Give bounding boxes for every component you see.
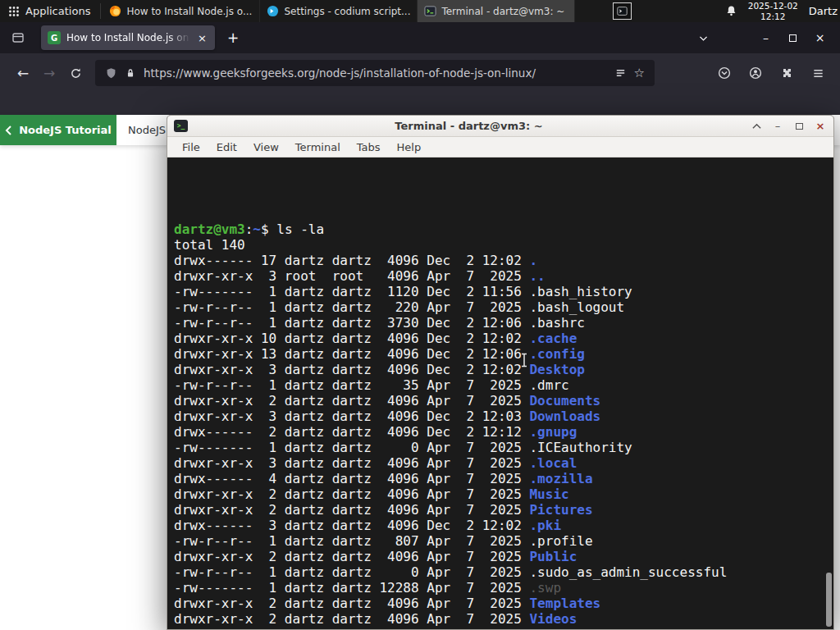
site-nav-current[interactable]: NodeJS Tutorial [0,115,116,145]
clock-date: 2025-12-02 [748,1,798,11]
back-button[interactable]: ← [10,60,36,86]
text-cursor [520,353,528,368]
browser-window-controls: – × [752,26,833,49]
site-nav-current-label: NodeJS Tutorial [19,124,112,136]
terminal-line: drwx------ 2 dartz dartz 4096 Dec 2 12:1… [174,424,833,440]
applications-grid-icon [8,6,20,17]
svg-text:G: G [51,34,57,43]
hamburger-menu-icon [812,67,824,80]
terminal-line: drwxr-xr-x 2 dartz dartz 4096 Apr 7 2025… [174,611,833,627]
bookmark-star-icon[interactable]: ☆ [634,66,645,80]
taskbar-button-codium[interactable]: Settings - codium script... [260,0,418,22]
chevron-down-icon [698,33,709,43]
codium-icon [267,5,279,17]
terminal-line: drwxr-xr-x 2 dartz dartz 4096 Apr 7 2025… [174,549,833,564]
user-menu[interactable]: Dartz [809,5,838,17]
terminal-line: drwx------ 4 dartz dartz 4096 Apr 7 2025… [174,471,833,486]
reader-view-icon[interactable] [614,67,627,80]
browser-minimize-button[interactable]: – [752,26,779,49]
terminal-line: drwxr-xr-x 2 dartz dartz 4096 Apr 7 2025… [174,596,833,611]
terminal-output[interactable]: dartz@vm3:~$ ls -latotal 140drwx------ 1… [167,158,833,630]
tracking-shield-icon [105,67,117,80]
reload-icon [70,67,82,80]
terminal-close-button[interactable]: × [814,120,827,132]
extensions-button[interactable] [774,61,799,85]
terminal-line: -rw------- 1 dartz dartz 1120 Dec 2 11:5… [174,284,833,299]
terminal-line: dartz@vm3:~$ ls -la [174,221,833,237]
firefox-icon [109,5,121,17]
maximize-icon [796,123,803,130]
terminal-line: -rw------- 1 dartz dartz 0 Apr 7 2025 .I… [174,440,833,455]
tab-close-button[interactable]: × [196,32,208,44]
clock[interactable]: 2025-12-02 12:12 [748,1,798,21]
terminal-line: drwxr-xr-x 3 root root 4096 Apr 7 2025 .… [174,268,833,284]
panel-status-area: 2025-12-02 12:12 Dartz [725,0,840,22]
taskbar-button-label: Settings - codium script... [284,6,410,17]
account-button[interactable] [743,61,768,85]
terminal-line: -rw------- 1 dartz dartz 12288 Apr 7 202… [174,580,833,596]
terminal-maximize-button[interactable] [792,123,806,130]
firefox-view-button[interactable] [7,26,30,49]
desktop: Applications How to Install Node.js o...… [0,0,840,630]
terminal-line: -rw-r--r-- 1 dartz dartz 220 Apr 7 2025 … [174,299,833,315]
clock-time: 12:12 [748,11,798,22]
terminal-line: drwxr-xr-x 10 dartz dartz 4096 Dec 2 12:… [174,331,833,346]
terminal-line: drwxr-xr-x 2 dartz dartz 4096 Apr 7 2025… [174,502,833,518]
terminal-scrollbar-thumb[interactable] [826,573,832,627]
pocket-button[interactable] [712,61,737,85]
notifications-bell-icon[interactable] [725,5,737,17]
terminal-line: -rw------- 1 dartz dartz 532 Apr 7 2025 … [174,627,833,630]
new-tab-button[interactable]: + [221,26,244,49]
list-all-tabs-button[interactable] [692,26,714,49]
taskbar-button-firefox[interactable]: How to Install Node.js o... [103,0,260,22]
terminal-icon [424,5,436,17]
app-menu-button[interactable] [806,61,830,85]
taskbar-button-label: Terminal - dartz@vm3: ~ [441,6,568,17]
tab-active[interactable]: G How to Install Node.js on × [41,25,215,50]
terminal-titlebar[interactable]: >_ Terminal - dartz@vm3: ~ – × [167,116,833,137]
terminal-line: -rw-r--r-- 1 dartz dartz 35 Apr 7 2025 .… [174,377,833,393]
firefox-view-icon [11,31,25,44]
terminal-line: drwxr-xr-x 2 dartz dartz 4096 Apr 7 2025… [174,486,833,502]
applications-menu-button[interactable]: Applications [0,0,98,22]
top-panel: Applications How to Install Node.js o...… [0,0,840,22]
forward-button[interactable]: → [36,60,62,86]
browser-close-button[interactable]: × [806,26,833,49]
menu-help[interactable]: Help [389,141,430,153]
terminal-shade-button[interactable] [750,123,763,130]
terminal-line: drwx------ 17 dartz dartz 4096 Dec 2 12:… [174,253,833,268]
taskbar-button-terminal[interactable]: Terminal - dartz@vm3: ~ [418,0,575,22]
terminal-window-icon: >_ [174,120,188,132]
terminal-line: total 140 [174,237,833,253]
menu-terminal[interactable]: Terminal [287,141,349,153]
terminal-window-title: Terminal - dartz@vm3: ~ [188,120,750,132]
terminal-line: -rw-r--r-- 1 dartz dartz 3730 Dec 2 12:0… [174,315,833,331]
panel-separator [100,3,101,19]
lock-icon [125,67,136,79]
terminal-line: drwxr-xr-x 13 dartz dartz 4096 Dec 2 12:… [174,346,833,362]
menu-tabs[interactable]: Tabs [349,141,389,153]
menu-view[interactable]: View [245,141,287,153]
terminal-line: -rw-r--r-- 1 dartz dartz 0 Apr 7 2025 .s… [174,564,833,580]
menu-edit[interactable]: Edit [208,141,245,153]
system-tray [613,0,632,22]
terminal-line: drwxr-xr-x 3 dartz dartz 4096 Dec 2 12:0… [174,409,833,424]
terminal-window: >_ Terminal - dartz@vm3: ~ – × File Edit… [167,115,834,630]
url-text[interactable]: https://www.geeksforgeeks.org/node-js/in… [144,66,607,80]
chevron-left-icon [5,126,12,135]
terminal-icon [617,6,628,16]
address-bar[interactable]: https://www.geeksforgeeks.org/node-js/in… [95,60,655,86]
tab-bar: G How to Install Node.js on × + – × [0,22,840,53]
terminal-line: drwx------ 3 dartz dartz 4096 Dec 2 12:0… [174,518,833,533]
terminal-minimize-button[interactable]: – [771,120,784,132]
terminal-line: drwxr-xr-x 3 dartz dartz 4096 Apr 7 2025… [174,455,833,471]
pocket-icon [718,66,731,80]
menu-file[interactable]: File [174,141,208,153]
terminal-line: drwxr-xr-x 2 dartz dartz 4096 Apr 7 2025… [174,393,833,409]
maximize-icon [789,34,797,42]
taskbar-button-label: How to Install Node.js o... [126,6,253,17]
browser-maximize-button[interactable] [779,26,806,49]
tray-terminal-icon[interactable] [613,2,632,20]
account-icon [749,66,762,80]
reload-button[interactable] [62,60,89,86]
